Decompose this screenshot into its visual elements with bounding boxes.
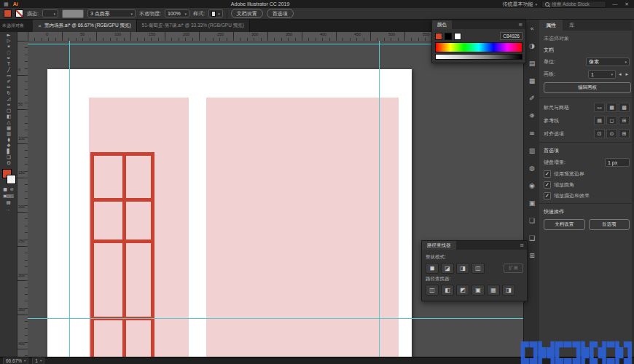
symbols-panel-icon[interactable]: ✵	[524, 107, 540, 124]
search-input[interactable]	[552, 1, 603, 7]
rotate-tool[interactable]: ↻	[0, 90, 17, 96]
drawing-mode-buttons[interactable]: ▣ ▥ ▤	[0, 192, 17, 199]
color-panel-icon[interactable]: ◑	[524, 37, 540, 55]
quick-preferences-button[interactable]: 首选项	[589, 219, 630, 230]
minimize-button[interactable]: —	[611, 1, 619, 7]
artboard-navigation-dropdown[interactable]: 1 ▾	[32, 357, 44, 364]
snap-to-point-toggle[interactable]: ⊙	[606, 129, 617, 138]
magic-wand-tool[interactable]: ✶	[0, 44, 17, 50]
outline-button[interactable]: ▦	[487, 285, 500, 296]
style-dropdown[interactable]: ▾	[208, 9, 223, 17]
mesh-tool[interactable]: ▦	[0, 125, 17, 131]
show-guides-toggle[interactable]: ▤	[594, 116, 605, 125]
document-viewport[interactable]	[28, 41, 523, 357]
hex-value-field[interactable]: C84926	[500, 32, 523, 40]
edit-artboard-button[interactable]: 编辑画板	[544, 82, 631, 93]
panel-menu-icon[interactable]: ≡	[515, 20, 525, 29]
horizontal-guide[interactable]	[28, 318, 523, 319]
perspective-grid-tool[interactable]: △	[0, 119, 17, 125]
stroke-color-swatch[interactable]	[15, 9, 23, 17]
stroke-panel-icon[interactable]: ≡	[524, 124, 540, 142]
snap-to-grid-toggle[interactable]: ⊡	[594, 129, 605, 138]
transparency-grid-toggle[interactable]: ▩	[619, 103, 630, 112]
scale-corners-checkbox[interactable]: ✓	[544, 181, 551, 189]
lasso-tool[interactable]: ◌	[0, 50, 17, 55]
direct-selection-tool[interactable]: ▷	[0, 38, 17, 44]
graphic-styles-panel-icon[interactable]: ▣	[524, 194, 540, 212]
paintbrush-tool[interactable]: ✐	[0, 79, 17, 84]
merge-button[interactable]: ◩	[456, 285, 469, 296]
divide-button[interactable]: ◫	[426, 285, 439, 296]
document-setup-button[interactable]: 文档设置	[231, 9, 263, 18]
appearance-panel-icon[interactable]: ◉	[524, 177, 540, 194]
intersect-button[interactable]: ◨	[456, 263, 469, 274]
show-grid-toggle[interactable]: ▦	[606, 103, 617, 112]
exclude-button[interactable]: ◫	[471, 263, 485, 274]
workspace-switcher[interactable]: 传统基本功能 ▾	[503, 1, 538, 8]
blend-tool[interactable]: ❖	[0, 143, 17, 149]
gradient-tool[interactable]: ▥	[0, 131, 17, 137]
stroke-swatch[interactable]	[7, 175, 16, 184]
smart-guides-toggle[interactable]: ⊞	[619, 116, 630, 125]
stroke-weight-dropdown[interactable]: ▾	[42, 9, 58, 17]
collapse-dock-icon[interactable]: «	[524, 20, 540, 37]
fill-color-swatch[interactable]	[4, 9, 12, 17]
show-rulers-toggle[interactable]: ▭	[594, 103, 605, 112]
width-tool[interactable]: ≍	[0, 102, 17, 108]
keyboard-increment-field[interactable]: 1 px	[605, 158, 630, 167]
quick-document-setup-button[interactable]: 文档设置	[544, 219, 585, 230]
color-panel-tab[interactable]: 颜色	[432, 20, 452, 29]
shape-builder-tool[interactable]: ◧	[0, 114, 17, 119]
minus-front-button[interactable]: ◪	[441, 263, 454, 274]
document-tab-inactive[interactable]: 51-葡萄皮-第7课.ai* @ 33.33% (RGB/GPU 预览)	[137, 20, 250, 32]
edit-toolbar-button[interactable]: …	[0, 205, 17, 212]
use-preview-bounds-checkbox[interactable]: ✓	[544, 170, 551, 178]
brush-dropdown[interactable]: 3 点圆形 ▾	[87, 9, 136, 17]
pathfinder-panel-tab[interactable]: 路径查找器	[422, 241, 456, 250]
snap-to-pixel-toggle[interactable]: ⊞	[619, 129, 630, 138]
variable-width-profile[interactable]	[62, 9, 84, 18]
previous-artboard-icon[interactable]: ◂	[617, 71, 623, 77]
crop-button[interactable]: ▣	[471, 285, 485, 296]
unite-button[interactable]: ◼	[426, 263, 439, 274]
next-artboard-icon[interactable]: ▸	[624, 71, 630, 77]
zoom-dropdown[interactable]: 66.67% ▾	[3, 357, 28, 364]
brushes-panel-icon[interactable]: ✐	[524, 90, 540, 107]
expand-button[interactable]: 扩展	[504, 264, 523, 273]
vertical-guide[interactable]	[69, 41, 70, 357]
color-guide-panel-icon[interactable]: ▤	[524, 55, 540, 72]
artboard-dropdown[interactable]: 1 ▾	[588, 70, 616, 79]
selection-tool[interactable]: ►	[0, 32, 17, 38]
panel-menu-icon[interactable]: ≡	[517, 241, 527, 250]
swatches-panel-icon[interactable]: ▦	[524, 72, 540, 90]
app-grid-icon[interactable]: ▦	[4, 1, 9, 7]
color-none-gradient-buttons[interactable]: ■ ⊘ ▨	[0, 186, 17, 192]
close-icon[interactable]: ✕	[38, 23, 42, 28]
vertical-guide[interactable]	[379, 41, 380, 357]
zoom-tool[interactable]: ʘ	[0, 160, 17, 166]
type-tool[interactable]: T	[0, 61, 17, 67]
fill-proxy-swatch[interactable]	[435, 33, 442, 40]
scale-strokes-effects-checkbox[interactable]: ✓	[544, 192, 551, 199]
column-graph-tool[interactable]: ▋	[0, 149, 17, 154]
color-spectrum-bar[interactable]	[435, 42, 523, 52]
artboard-tool[interactable]: ❏	[0, 154, 17, 160]
unit-dropdown[interactable]: 像素 ▾	[586, 58, 630, 66]
red-grid-frame[interactable]	[90, 152, 154, 357]
free-transform-tool[interactable]: ▢	[0, 108, 17, 114]
tab-properties[interactable]: 属性	[539, 20, 563, 31]
scale-tool[interactable]: ◿	[0, 96, 17, 102]
fill-stroke-control[interactable]	[0, 168, 17, 186]
grayscale-ramp-bar[interactable]	[435, 54, 523, 60]
minus-back-button[interactable]: ◨	[502, 285, 515, 296]
eyedropper-tool[interactable]: ⧫	[0, 137, 17, 143]
close-button[interactable]: ✕	[623, 1, 630, 7]
black-swatch[interactable]	[445, 33, 452, 40]
opacity-dropdown[interactable]: 100% ▾	[165, 9, 189, 17]
layers-panel-icon[interactable]: ❏	[524, 212, 540, 229]
trim-button[interactable]: ◧	[441, 285, 454, 296]
transparency-panel-icon[interactable]: ◍	[524, 159, 540, 177]
tab-libraries[interactable]: 库	[563, 20, 581, 31]
artboard[interactable]	[47, 69, 412, 357]
stock-search[interactable]	[541, 1, 606, 8]
